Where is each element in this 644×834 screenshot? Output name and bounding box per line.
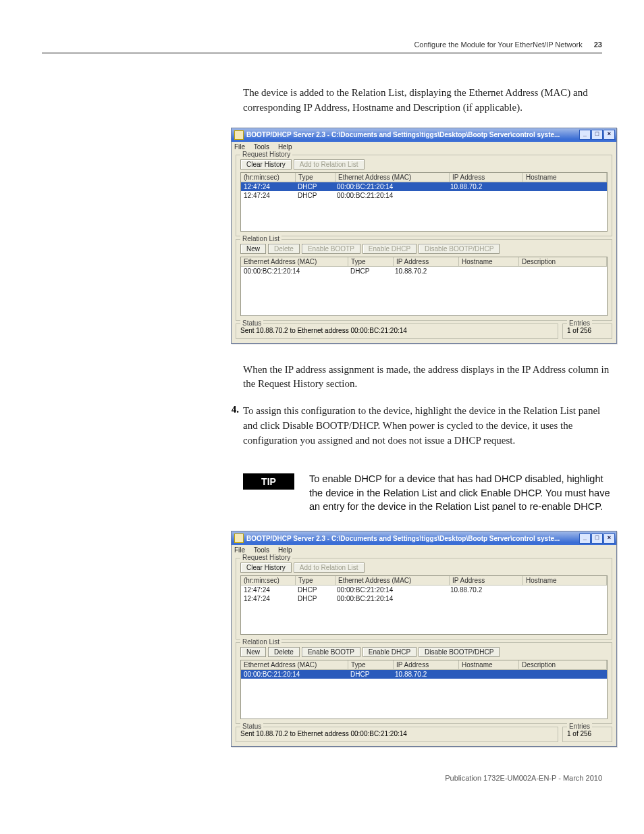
add-to-relation-button[interactable]: Add to Relation List [294, 159, 365, 170]
col-mac[interactable]: Ethernet Address (MAC) [336, 173, 450, 182]
new-button[interactable]: New [240, 647, 266, 657]
request-history-list[interactable]: (hr:min:sec) Type Ethernet Address (MAC)… [240, 575, 608, 635]
request-history-list[interactable]: (hr:min:sec) Type Ethernet Address (MAC)… [240, 172, 608, 232]
col-mac[interactable]: Ethernet Address (MAC) [241, 257, 348, 266]
menu-tools[interactable]: Tools [254, 546, 269, 554]
request-history-label: Request History [240, 151, 292, 158]
entries-label: Entries [567, 319, 592, 327]
relation-list-label: Relation List [240, 638, 281, 646]
relation-list-label: Relation List [240, 235, 281, 242]
close-button[interactable]: × [603, 130, 615, 140]
tip-text: To enable DHCP for a device that has had… [309, 472, 616, 513]
window-title: BOOTP/DHCP Server 2.3 - C:\Documents and… [246, 131, 579, 138]
col-host[interactable]: Hostname [523, 576, 607, 585]
col-host[interactable]: Hostname [459, 660, 519, 669]
entries-box: Entries 1 of 256 [562, 323, 612, 339]
clear-history-button[interactable]: Clear History [240, 159, 292, 170]
delete-button[interactable]: Delete [268, 647, 300, 657]
close-button[interactable]: × [603, 533, 615, 544]
col-type[interactable]: Type [348, 257, 394, 266]
col-host[interactable]: Hostname [459, 257, 519, 266]
request-history-group: Request History Clear History Add to Rel… [236, 155, 612, 236]
tip-badge: TIP [243, 473, 294, 490]
relation-list[interactable]: Ethernet Address (MAC) Type IP Address H… [240, 257, 608, 316]
clear-history-button[interactable]: Clear History [240, 563, 292, 573]
col-ip[interactable]: IP Address [450, 173, 523, 182]
new-button[interactable]: New [240, 244, 266, 254]
list-row[interactable]: 12:47:24 DHCP 00:00:BC:21:20:14 10.88.70… [241, 182, 607, 191]
titlebar[interactable]: BOOTP/DHCP Server 2.3 - C:\Documents and… [232, 128, 616, 142]
bootp-window-2: BOOTP/DHCP Server 2.3 - C:\Documents and… [231, 531, 617, 747]
enable-dhcp-button[interactable]: Enable DHCP [363, 647, 417, 657]
col-type[interactable]: Type [296, 576, 336, 585]
enable-bootp-button[interactable]: Enable BOOTP [302, 647, 360, 657]
delete-button[interactable]: Delete [268, 244, 300, 254]
col-time[interactable]: (hr:min:sec) [241, 173, 296, 182]
list-row[interactable]: 12:47:24 DHCP 00:00:BC:21:20:14 [241, 594, 607, 603]
menu-help[interactable]: Help [278, 143, 292, 151]
menu-help[interactable]: Help [278, 546, 292, 554]
minimize-button[interactable]: _ [579, 533, 591, 544]
bootp-window-1: BOOTP/DHCP Server 2.3 - C:\Documents and… [231, 128, 617, 344]
disable-bootp-dhcp-button[interactable]: Disable BOOTP/DHCP [419, 244, 500, 254]
col-ip[interactable]: IP Address [394, 257, 459, 266]
relation-list-group: Relation List New Delete Enable BOOTP En… [236, 642, 612, 724]
add-to-relation-button[interactable]: Add to Relation List [294, 563, 365, 573]
col-desc[interactable]: Description [519, 257, 607, 266]
menu-tools[interactable]: Tools [254, 143, 269, 151]
status-box: Status Sent 10.88.70.2 to Ethernet addre… [236, 323, 558, 339]
entries-text: 1 of 256 [567, 327, 608, 334]
list-row[interactable]: 00:00:BC:21:20:14 DHCP 10.88.70.2 [241, 267, 607, 276]
maximize-button[interactable]: □ [591, 533, 603, 544]
minimize-button[interactable]: _ [579, 130, 591, 140]
status-text: Sent 10.88.70.2 to Ethernet address 00:0… [240, 327, 554, 334]
col-desc[interactable]: Description [519, 660, 607, 669]
enable-dhcp-button[interactable]: Enable DHCP [363, 244, 417, 254]
titlebar[interactable]: BOOTP/DHCP Server 2.3 - C:\Documents and… [232, 531, 616, 545]
entries-label: Entries [567, 723, 592, 730]
entries-box: Entries 1 of 256 [562, 727, 612, 742]
step-4-text: To assign this configuration to the devi… [243, 404, 616, 448]
app-icon [234, 533, 244, 543]
window-title: BOOTP/DHCP Server 2.3 - C:\Documents and… [246, 535, 579, 542]
request-history-group: Request History Clear History Add to Rel… [236, 558, 612, 640]
maximize-button[interactable]: □ [591, 130, 603, 140]
header-rule [42, 53, 602, 53]
menu-file[interactable]: File [234, 143, 245, 151]
status-box: Status Sent 10.88.70.2 to Ethernet addre… [236, 727, 558, 742]
col-type[interactable]: Type [296, 173, 336, 182]
request-history-label: Request History [240, 554, 292, 561]
paragraph-after-window1: When the IP address assignment is made, … [243, 363, 616, 392]
list-row[interactable]: 12:47:24 DHCP 00:00:BC:21:20:14 [241, 191, 607, 200]
col-ip[interactable]: IP Address [394, 660, 459, 669]
col-ip[interactable]: IP Address [450, 576, 523, 585]
col-type[interactable]: Type [348, 660, 394, 669]
tip-block: TIP To enable DHCP for a device that has… [243, 472, 616, 513]
status-label: Status [240, 723, 263, 730]
menu-file[interactable]: File [234, 546, 245, 554]
step-number-4: 4. [221, 404, 239, 415]
status-text: Sent 10.88.70.2 to Ethernet address 00:0… [240, 730, 554, 737]
col-host[interactable]: Hostname [523, 173, 607, 182]
col-mac[interactable]: Ethernet Address (MAC) [241, 660, 348, 669]
running-head: Configure the Module for Your EtherNet/I… [42, 41, 602, 49]
running-title: Configure the Module for Your EtherNet/I… [414, 41, 582, 49]
col-time[interactable]: (hr:min:sec) [241, 576, 296, 585]
relation-list-group: Relation List New Delete Enable BOOTP En… [236, 239, 612, 321]
paragraph-intro: The device is added to the Relation List… [243, 86, 616, 115]
relation-list[interactable]: Ethernet Address (MAC) Type IP Address H… [240, 660, 608, 719]
list-row[interactable]: 00:00:BC:21:20:14 DHCP 10.88.70.2 [241, 670, 607, 679]
page-number: 23 [594, 41, 602, 49]
enable-bootp-button[interactable]: Enable BOOTP [302, 244, 360, 254]
disable-bootp-dhcp-button[interactable]: Disable BOOTP/DHCP [419, 647, 500, 657]
status-label: Status [240, 319, 263, 327]
list-row[interactable]: 12:47:24 DHCP 00:00:BC:21:20:14 10.88.70… [241, 585, 607, 594]
app-icon [234, 130, 244, 140]
col-mac[interactable]: Ethernet Address (MAC) [336, 576, 450, 585]
entries-text: 1 of 256 [567, 730, 608, 737]
footer-publication: Publication 1732E-UM002A-EN-P - March 20… [42, 774, 602, 782]
